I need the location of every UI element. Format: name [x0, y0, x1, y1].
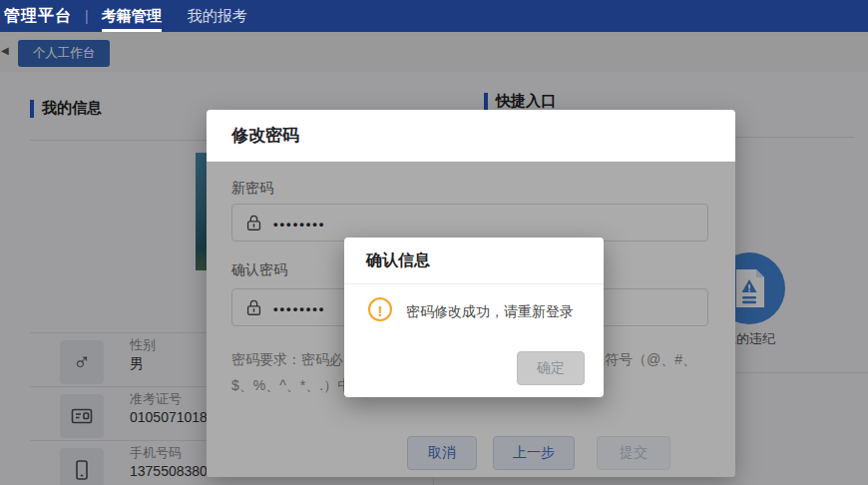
- password-requirements-line2: $、%、^、*、.）中: [231, 377, 351, 395]
- nav-item-exam-records[interactable]: 考籍管理: [102, 7, 162, 26]
- confirm-modal-title: 确认信息: [366, 250, 430, 271]
- lock-icon: [244, 298, 263, 317]
- confirm-info-modal: 确认信息 ! 密码修改成功，请重新登录 确定: [344, 238, 604, 397]
- warning-icon: !: [368, 297, 392, 321]
- new-password-label: 新密码: [231, 180, 273, 198]
- submit-button[interactable]: 提交: [597, 436, 670, 470]
- lock-icon: [244, 214, 263, 233]
- confirm-password-masked-value: ••••••••: [273, 298, 325, 316]
- confirm-message: 密码修改成功，请重新登录: [406, 303, 574, 321]
- confirm-modal-divider: [344, 283, 604, 284]
- new-password-masked-value: ••••••••: [273, 214, 325, 232]
- confirm-password-label: 确认密码: [231, 261, 287, 279]
- cancel-button[interactable]: 取消: [407, 436, 477, 470]
- app-title: 管理平台: [4, 6, 72, 27]
- password-modal-title: 修改密码: [207, 110, 735, 162]
- previous-step-button[interactable]: 上一步: [493, 436, 575, 470]
- new-password-input[interactable]: ••••••••: [231, 204, 708, 242]
- nav-item-my-registration[interactable]: 我的报考: [188, 7, 247, 26]
- title-separator: |: [85, 8, 89, 24]
- ok-button[interactable]: 确定: [517, 351, 585, 385]
- top-header: 管理平台 | 考籍管理 我的报考: [0, 0, 868, 32]
- password-requirements-line1-right: 殊符号（@、#、: [591, 351, 696, 369]
- app-screen: 管理平台 | 考籍管理 我的报考 ◀ 个人工作台 我的信息 ♂ 性别 男 准考证…: [0, 0, 868, 485]
- password-requirements-line1-left: 密码要求：密码必: [231, 351, 343, 369]
